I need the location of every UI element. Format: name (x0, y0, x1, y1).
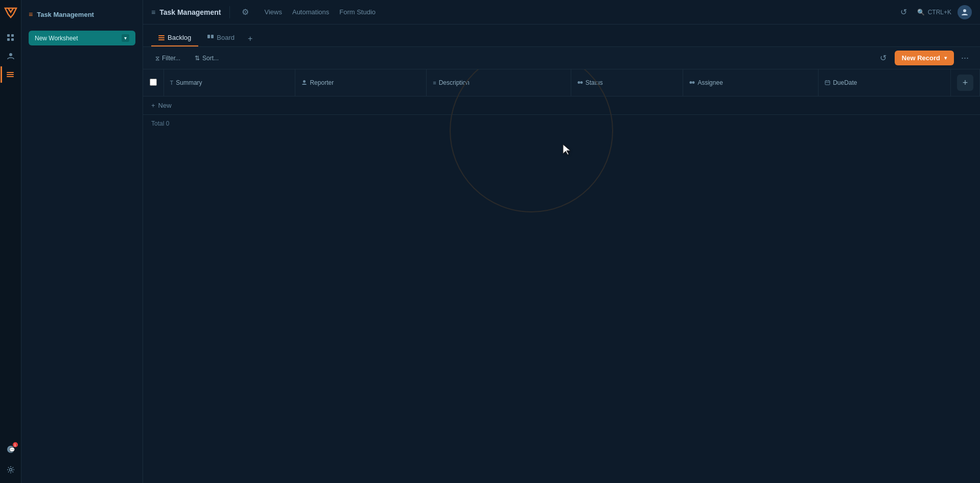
settings-button[interactable]: ⚙ (238, 5, 252, 19)
tab-board-label: Board (217, 34, 235, 41)
new-worksheet-dropdown-arrow[interactable]: ▾ (122, 34, 129, 42)
sort-label: Sort... (202, 55, 219, 62)
sort-icon: ⇅ (195, 55, 200, 62)
svg-rect-6 (7, 74, 14, 75)
reporter-column-header: Reporter (295, 69, 427, 96)
app-logo[interactable] (3, 5, 18, 20)
duedate-col-icon (825, 80, 830, 86)
svg-rect-14 (158, 39, 165, 40)
svg-point-20 (690, 81, 692, 84)
search-area[interactable]: 🔍 CTRL+K (917, 9, 951, 16)
svg-rect-2 (7, 38, 10, 41)
topbar-title: Task Management (159, 8, 221, 16)
select-all-checkbox[interactable] (150, 79, 157, 86)
notification-badge: 1 (13, 442, 18, 447)
status-col-icon (577, 80, 583, 86)
new-row-label: New (158, 102, 172, 109)
svg-point-18 (577, 81, 580, 84)
summary-column-header: T Summary (164, 69, 295, 96)
checkbox-column-header (143, 69, 164, 96)
total-count: Total 0 (151, 120, 169, 127)
nav-automations[interactable]: Automations (292, 8, 329, 16)
main-content: ≡ Task Management ⚙ Views Automations Fo… (143, 0, 980, 483)
description-col-icon: ≡ (433, 80, 436, 86)
filter-button[interactable]: ⧖ Filter... (151, 53, 184, 64)
tab-board[interactable]: Board (200, 30, 242, 46)
reporter-col-icon (301, 80, 307, 86)
add-column-header: + (951, 69, 980, 96)
backlog-tab-icon (158, 35, 165, 41)
svg-rect-22 (825, 81, 830, 85)
svg-rect-16 (211, 35, 214, 38)
status-column-header: Status (571, 69, 683, 96)
svg-point-21 (692, 81, 695, 84)
cursor (562, 143, 572, 156)
rail-user-icon[interactable] (3, 48, 19, 64)
board-tab-icon (207, 35, 214, 41)
new-record-button[interactable]: New Record ▾ (895, 51, 954, 65)
topbar-divider (229, 6, 230, 18)
toolbar: ⧖ Filter... ⇅ Sort... ↺ New Record ▾ ··· (143, 47, 980, 69)
sidebar-title: Task Management (37, 11, 94, 18)
avatar-area (958, 5, 972, 19)
svg-point-19 (580, 81, 582, 84)
rail-notification-icon[interactable]: 💬 1 (3, 441, 19, 457)
sidebar: ≡ Task Management New Worksheet ▾ (21, 0, 143, 483)
svg-rect-12 (158, 35, 165, 36)
table-area: T Summary Reporter (143, 69, 980, 483)
tab-add-button[interactable]: + (244, 31, 256, 46)
sort-button[interactable]: ⇅ Sort... (191, 53, 223, 64)
svg-rect-1 (11, 34, 14, 37)
duedate-column-header: DueDate (819, 69, 951, 96)
refresh-button[interactable]: ↺ (897, 5, 911, 19)
add-column-button[interactable]: + (957, 75, 973, 91)
sidebar-header: ≡ Task Management (21, 6, 143, 22)
assignee-col-icon (689, 80, 695, 86)
svg-point-4 (9, 53, 12, 56)
topbar-title-icon: ≡ (151, 8, 155, 16)
rail-settings-icon[interactable] (3, 462, 19, 478)
sidebar-header-icon: ≡ (29, 10, 33, 18)
assignee-column-header: Assignee (683, 69, 819, 96)
svg-text:💬: 💬 (9, 447, 15, 453)
filter-icon: ⧖ (155, 55, 159, 62)
toolbar-refresh-button[interactable]: ↺ (876, 51, 891, 65)
reporter-col-label: Reporter (310, 79, 334, 86)
topbar-right: ↺ 🔍 CTRL+K (897, 5, 972, 19)
new-record-dropdown-arrow[interactable]: ▾ (944, 55, 947, 61)
duedate-col-label: DueDate (833, 79, 857, 86)
table-footer: Total 0 (143, 115, 980, 132)
svg-rect-5 (7, 72, 14, 73)
svg-rect-13 (158, 37, 165, 38)
new-row-button[interactable]: + New (143, 96, 980, 115)
new-row-icon: + (151, 102, 155, 109)
nav-views[interactable]: Views (265, 8, 282, 16)
summary-col-label: Summary (176, 79, 202, 86)
topbar-title-area: ≡ Task Management (151, 8, 221, 16)
svg-point-10 (9, 469, 12, 471)
description-col-label: Description (439, 79, 470, 86)
data-table: T Summary Reporter (143, 69, 980, 115)
tab-backlog[interactable]: Backlog (151, 30, 198, 46)
icon-rail: 💬 1 (0, 0, 21, 483)
nav-form-studio[interactable]: Form Studio (339, 8, 376, 16)
description-column-header: ≡ Description (427, 69, 571, 96)
new-record-label: New Record (902, 54, 940, 62)
more-options-button[interactable]: ··· (958, 51, 972, 65)
rail-grid-icon[interactable] (3, 30, 19, 46)
filter-label: Filter... (162, 55, 180, 62)
search-icon: 🔍 (917, 9, 925, 16)
rail-list-icon[interactable] (1, 66, 19, 83)
svg-rect-3 (11, 38, 14, 41)
tab-backlog-label: Backlog (168, 34, 191, 41)
svg-point-17 (303, 80, 306, 83)
assignee-col-label: Assignee (697, 79, 722, 86)
new-worksheet-button[interactable]: New Worksheet ▾ (29, 31, 135, 45)
svg-rect-15 (207, 35, 210, 38)
tabs-bar: Backlog Board + (143, 25, 980, 47)
search-shortcut: CTRL+K (928, 9, 951, 16)
top-bar: ≡ Task Management ⚙ Views Automations Fo… (143, 0, 980, 25)
avatar[interactable] (958, 5, 972, 19)
topbar-nav: Views Automations Form Studio (265, 8, 376, 16)
svg-point-11 (963, 9, 966, 12)
